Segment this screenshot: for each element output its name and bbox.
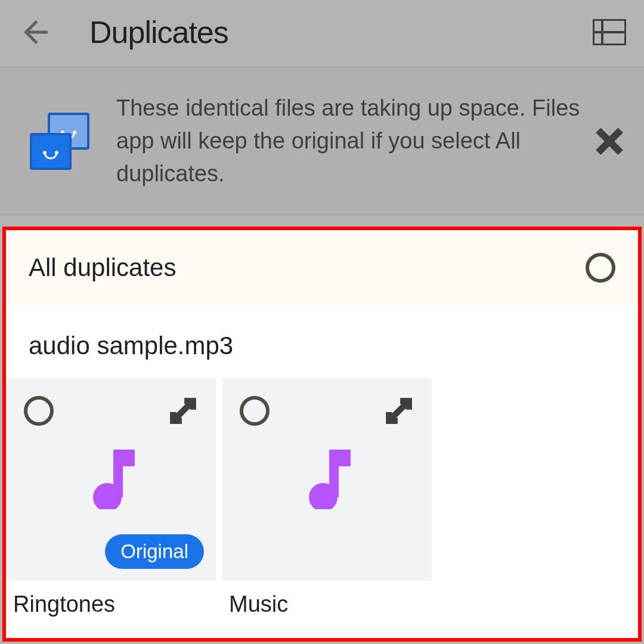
original-badge: Original	[105, 534, 204, 569]
info-banner: These identical files are taking up spac…	[0, 67, 644, 215]
duplicate-card: Music	[222, 378, 432, 617]
duplicate-cards: Original Ringtones Music	[6, 378, 638, 617]
app-header: Duplicates	[0, 0, 644, 64]
card-folder-label: Ringtones	[6, 581, 216, 617]
card-thumbnail[interactable]: Original	[6, 378, 216, 581]
card-radio[interactable]	[24, 396, 54, 426]
expand-icon[interactable]	[384, 396, 414, 426]
expand-icon[interactable]	[168, 396, 198, 426]
music-note-icon	[303, 450, 351, 509]
all-duplicates-radio[interactable]	[586, 253, 615, 283]
highlighted-section: All duplicates audio sample.mp3 Original	[2, 227, 642, 642]
duplicates-banner-icon	[30, 112, 89, 171]
back-arrow-icon[interactable]	[18, 14, 54, 50]
page-title: Duplicates	[89, 14, 593, 50]
music-note-icon	[87, 450, 135, 509]
card-thumbnail[interactable]	[222, 378, 432, 581]
close-icon[interactable]	[593, 125, 626, 158]
all-duplicates-row[interactable]: All duplicates	[6, 230, 638, 305]
banner-text: These identical files are taking up spac…	[116, 92, 593, 190]
card-radio[interactable]	[240, 396, 270, 426]
duplicate-card: Original Ringtones	[6, 378, 216, 617]
all-duplicates-label: All duplicates	[29, 253, 586, 282]
list-view-icon[interactable]	[593, 19, 626, 45]
card-folder-label: Music	[222, 581, 432, 617]
filename-label: audio sample.mp3	[6, 305, 638, 378]
